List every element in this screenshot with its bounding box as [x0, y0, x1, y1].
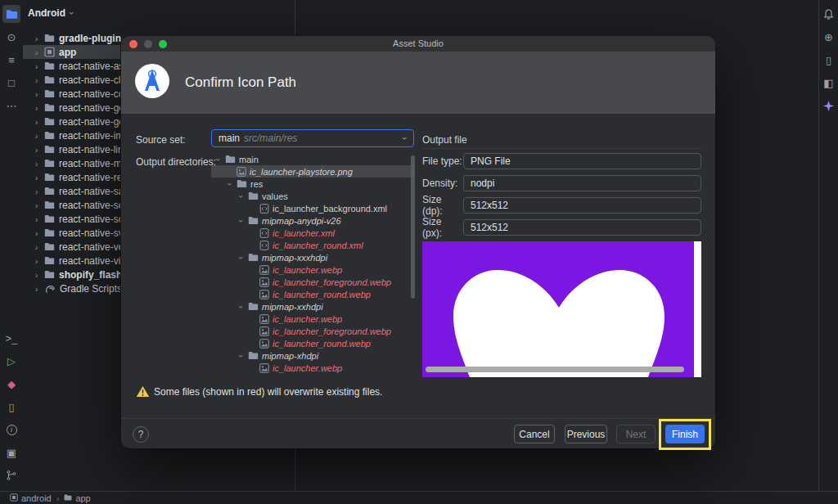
chevron-right-icon[interactable]: ›: [33, 270, 40, 280]
chevron-down-icon[interactable]: ›: [237, 192, 246, 200]
problems-icon[interactable]: i: [2, 421, 20, 439]
terminal-icon[interactable]: >_: [2, 329, 20, 347]
preview-horizontal-scrollbar[interactable]: [426, 367, 684, 372]
status-breadcrumb-android[interactable]: android: [10, 493, 52, 503]
field-value[interactable]: 512x512: [463, 219, 701, 236]
directory-tree-item[interactable]: ›mipmap-xhdpi: [211, 349, 414, 362]
layout-inspector-icon[interactable]: ◧: [820, 74, 838, 92]
notifications-icon[interactable]: [820, 5, 838, 23]
gradle-icon[interactable]: ⊕: [820, 28, 838, 46]
folder-icon: [44, 117, 55, 126]
icon-glyph: ⊕: [824, 32, 833, 43]
directory-tree-item[interactable]: ›res: [211, 178, 414, 190]
status-breadcrumb-app[interactable]: app: [64, 493, 90, 503]
zoom-window-button[interactable]: [159, 40, 167, 48]
cancel-button[interactable]: Cancel: [514, 425, 555, 443]
minimize-window-button[interactable]: [144, 40, 152, 48]
chevron-right-icon[interactable]: ›: [33, 47, 40, 57]
chevron-right-icon[interactable]: ›: [33, 34, 40, 43]
icon-glyph: ◆: [7, 379, 16, 389]
folder-icon: [44, 214, 55, 223]
directory-tree-item[interactable]: ic_launcher.webp: [211, 263, 414, 276]
field-value[interactable]: PNG File: [463, 153, 701, 169]
tree-scrollbar[interactable]: [411, 155, 415, 299]
app-quality-insights-icon[interactable]: ◆: [2, 375, 20, 393]
icon-glyph: >_: [6, 333, 18, 344]
previous-button[interactable]: Previous: [565, 425, 607, 443]
chevron-down-icon[interactable]: ›: [237, 303, 246, 310]
chevron-right-icon[interactable]: ›: [33, 228, 40, 238]
structure-icon[interactable]: ≡: [2, 51, 20, 69]
logcat-icon[interactable]: ▣: [2, 443, 20, 461]
output-file-field: File type:PNG File: [422, 153, 701, 169]
device-manager-icon[interactable]: ▯: [820, 51, 838, 69]
finish-button[interactable]: Finish: [665, 425, 705, 443]
source-set-hint: src/main/res: [244, 133, 399, 144]
xml-file-icon: [259, 241, 269, 250]
chevron-right-icon[interactable]: ›: [33, 173, 40, 182]
image-file-icon: [259, 265, 269, 275]
chevron-right-icon[interactable]: ›: [33, 159, 40, 169]
next-button: Next: [616, 425, 656, 443]
directory-tree-item[interactable]: ic_launcher_foreground.webp: [211, 325, 414, 337]
right-tool-strip: ⊕▯◧: [819, 0, 838, 491]
services-icon[interactable]: □: [2, 74, 20, 92]
more-tool-windows-icon[interactable]: ⋯: [2, 97, 20, 115]
breadcrumb: android›app: [10, 493, 91, 503]
directory-tree-item[interactable]: ic_launcher_foreground.webp: [211, 276, 414, 288]
directory-tree-item[interactable]: ›mipmap-anydpi-v26: [211, 214, 414, 227]
folder-icon: [44, 173, 55, 182]
chevron-right-icon[interactable]: ›: [33, 242, 40, 252]
icon-glyph: ▯: [826, 55, 831, 65]
project-view-selector[interactable]: Android ›: [28, 7, 74, 19]
chevron-down-icon[interactable]: ›: [237, 352, 246, 359]
directory-tree-item[interactable]: ic_launcher_round.xml: [211, 239, 414, 251]
device-manager-icon[interactable]: ▯: [2, 398, 20, 416]
chevron-down-icon[interactable]: ›: [225, 180, 235, 187]
chevron-right-icon[interactable]: ›: [33, 89, 40, 99]
directory-tree-item[interactable]: ic_launcher-playstore.png: [211, 165, 414, 178]
directory-tree-item[interactable]: ic_launcher_background.xml: [211, 202, 414, 214]
directory-tree-item[interactable]: ›values: [211, 190, 414, 202]
chevron-down-icon[interactable]: ›: [237, 217, 246, 224]
directory-tree-item[interactable]: ic_launcher.xml: [211, 227, 414, 239]
directory-tree-item[interactable]: ic_launcher.webp: [211, 313, 414, 325]
chevron-right-icon[interactable]: ›: [33, 187, 40, 196]
directory-tree-item[interactable]: ›mipmap-xxhdpi: [211, 300, 414, 313]
chevron-right-icon[interactable]: ›: [33, 145, 40, 155]
chevron-right-icon[interactable]: ›: [33, 103, 40, 113]
chevron-right-icon[interactable]: ›: [33, 214, 40, 224]
folder-icon: [44, 61, 55, 70]
chevron-right-icon[interactable]: ›: [33, 61, 40, 71]
chevron-down-icon[interactable]: ›: [237, 254, 246, 261]
field-value[interactable]: 512x512: [463, 197, 701, 214]
directory-item-label: ic_launcher.xml: [273, 228, 335, 238]
chevron-right-icon[interactable]: ›: [33, 284, 40, 294]
help-button[interactable]: ?: [133, 426, 149, 443]
directory-tree-item[interactable]: ic_launcher.webp: [211, 362, 414, 374]
ai-assistant-icon[interactable]: [820, 97, 838, 115]
output-file-field: Size (dp):512x512: [422, 197, 701, 214]
source-set-label: Source set:: [136, 134, 186, 146]
project-icon[interactable]: [2, 5, 20, 23]
commit-icon[interactable]: ⊙: [2, 28, 20, 46]
source-set-dropdown[interactable]: main src/main/res ›: [211, 129, 414, 147]
version-control-icon[interactable]: [2, 466, 20, 484]
chevron-right-icon[interactable]: ›: [33, 131, 40, 141]
image-file-icon: [259, 314, 269, 324]
directory-tree-item[interactable]: ›mipmap-xxxhdpi: [211, 251, 414, 263]
left-tool-strip: ⊙≡□⋯ >_▷◆▯i▣: [0, 0, 23, 491]
field-value[interactable]: nodpi: [463, 175, 701, 191]
directory-tree-item[interactable]: ic_launcher_round.webp: [211, 288, 414, 300]
chevron-right-icon[interactable]: ›: [33, 200, 40, 210]
chevron-right-icon[interactable]: ›: [33, 75, 40, 85]
folder-icon: [44, 200, 55, 209]
chevron-right-icon[interactable]: ›: [33, 256, 40, 266]
running-devices-icon[interactable]: ▷: [2, 352, 20, 370]
directory-tree-item[interactable]: ic_launcher_round.webp: [211, 337, 414, 349]
chevron-right-icon[interactable]: ›: [33, 117, 40, 127]
directory-tree-item[interactable]: ›main: [211, 153, 414, 165]
close-window-button[interactable]: [129, 40, 137, 48]
chevron-down-icon[interactable]: ›: [214, 155, 223, 163]
dialog-titlebar[interactable]: Asset Studio: [121, 36, 715, 52]
